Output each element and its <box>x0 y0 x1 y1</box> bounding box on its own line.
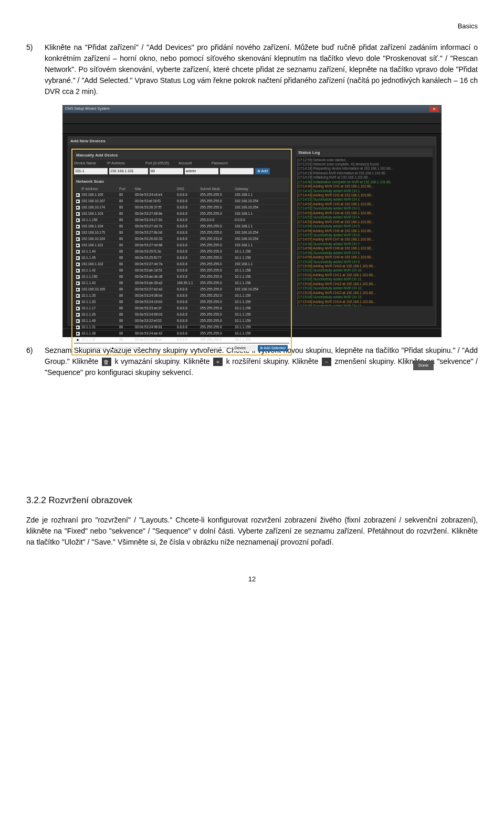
status-log-panel: Status Log [17:12:55] Network scan start… <box>296 149 433 356</box>
left-panel: Manually Add Device Device Name IP Addre… <box>71 149 292 356</box>
table-row[interactable]: ■10.1.1.438800:0e:53:ab:30:a3168.95.1.12… <box>74 280 289 287</box>
app-toolbar <box>63 124 441 134</box>
table-row[interactable]: ■192.168.10.1748000:0e:53:28:37:f58.8.8.… <box>74 205 289 211</box>
port-input[interactable]: 80 <box>150 168 183 174</box>
password-input[interactable] <box>220 168 254 174</box>
table-row[interactable]: ■10.1.1.1508800:0e:53:ae:db:d88.8.8.8255… <box>74 274 289 280</box>
table-row[interactable]: ■10.1.1.428800:0e:53:ab:18:518.8.8.8255.… <box>74 268 289 274</box>
step-number: 6) <box>26 345 45 378</box>
table-row[interactable]: ■10.1.1.388800:0e:53:24:ae:428.8.8.8255.… <box>74 331 289 337</box>
step-5: 5) Klikněte na "Přidat zařízení" / "Add … <box>26 42 478 97</box>
step-5-text: Klikněte na "Přidat zařízení" / "Add Dev… <box>45 42 478 97</box>
table-row[interactable]: ■10.1.1.178800:0e:53:23:ac:2f8.8.8.8255.… <box>74 306 289 312</box>
page-number: 12 <box>26 574 478 585</box>
scan-section-title: Network Scan <box>74 178 289 186</box>
device-name-input[interactable]: 101-1 <box>74 168 108 174</box>
table-row[interactable]: ■192.168.1.1018000:0e:53:27:dd:888.8.8.8… <box>74 243 289 249</box>
manual-headers: Device Name IP Address Port (0-65535) Ac… <box>74 160 289 168</box>
table-row[interactable]: ■192.168.1.1058000:0e:53:24:c6:e48.8.8.8… <box>74 192 289 199</box>
manual-inputs: 101-1 192.168.1.101 80 admin ⊕ Add <box>74 167 289 175</box>
table-row[interactable]: ■10.1.1.378000:0e:53:24:98:ec8.8.8.8255.… <box>74 337 289 343</box>
table-row[interactable]: ■192.168.1.1038000:0e:53:27:68:8e8.8.8.8… <box>74 211 289 217</box>
status-log-title: Status Log <box>296 149 433 157</box>
plus-icon: + <box>213 358 223 366</box>
window-title: CMS Setup Wizard System <box>65 106 110 112</box>
table-row[interactable]: ■10.1.1.458800:0e:53:25:f0:778.8.8.8255.… <box>74 255 289 262</box>
table-row[interactable]: ■10.1.1.488800:0e:53:22:ef:038.8.8.8255.… <box>74 318 289 325</box>
table-row[interactable]: ■10.1.1.358800:0e:53:24:08:bd8.8.8.8255.… <box>74 293 289 299</box>
manual-section-title: Manually Add Device <box>74 151 289 160</box>
section-heading: 3.2.2 Rozvržení obrazovek <box>26 494 478 507</box>
account-input[interactable]: admin <box>185 168 218 174</box>
add-selected-button[interactable]: ⊕ Add Selected <box>258 345 288 351</box>
screenshot-add-devices: CMS Setup Wizard System ✕ Add New Device… <box>62 105 442 337</box>
table-row[interactable]: ■192.168.1.1028000:0e:53:27:dd:7a8.8.8.8… <box>74 262 289 268</box>
add-button[interactable]: ⊕ Add <box>255 168 270 174</box>
minus-icon: − <box>322 358 331 366</box>
device-prefix-input[interactable]: Device <box>234 345 257 351</box>
step-number: 5) <box>26 42 45 97</box>
table-row[interactable]: ■192.168.1.1048000:0e:53:27:dd:7e8.8.8.8… <box>74 224 289 230</box>
scan-bottom-bar: ⟳ Rescan Network ■ Initialize NVRs Devic… <box>74 343 289 353</box>
app-topbar <box>63 113 441 124</box>
ip-address-input[interactable]: 192.168.1.101 <box>109 168 148 174</box>
dialog-title: Add New Devices <box>68 137 436 145</box>
done-button[interactable]: Done <box>413 361 434 370</box>
close-icon[interactable]: ✕ <box>429 107 439 112</box>
window-titlebar: CMS Setup Wizard System ✕ <box>63 106 441 113</box>
table-row[interactable]: ■192.168.10.1658800:0e:53:37:a2:a38.8.8.… <box>74 287 289 293</box>
table-row[interactable]: ■10.1.1.448800:0e:53:25:f1:3c8.8.8.8255.… <box>74 249 289 255</box>
table-row[interactable]: ■10.1.1.1588000:0e:53:24:c7:3b8.8.8.8255… <box>74 217 289 224</box>
table-row[interactable]: ■10.1.1.268800:0e:53:24:09:b38.8.8.8255.… <box>74 312 289 318</box>
table-row[interactable]: ■192.168.10.1048000:0e:53:26:02:338.8.8.… <box>74 236 289 243</box>
initialize-checkbox[interactable]: ■ <box>111 347 114 350</box>
table-row[interactable]: ■192.168.10.1758000:0e:53:27:8b:b08.8.8.… <box>74 230 289 236</box>
header-basics: Basics <box>26 21 478 32</box>
scan-table: IP Address Port Mac DNS Subnet Mask Gate… <box>74 186 289 343</box>
add-devices-dialog: Add New Devices Manually Add Device Devi… <box>68 137 436 326</box>
rescan-network-button[interactable]: ⟳ Rescan Network <box>76 346 107 351</box>
table-row[interactable]: ■192.168.10.1678000:0e:53:af:18:f38.8.8.… <box>74 199 289 205</box>
status-log-content: [17:12:55] Network scan started...[17:13… <box>296 157 433 306</box>
table-row[interactable]: ■10.1.1.208800:0e:53:24:c9:b08.8.8.8255.… <box>74 299 289 306</box>
trash-icon: 🗑 <box>102 358 111 366</box>
section-text: Zde je rozhraní pro "rozvržení" / "Layou… <box>26 515 478 548</box>
table-row[interactable]: ■10.1.1.318800:0e:53:24:96:818.8.8.8255.… <box>74 325 289 331</box>
scan-table-header: IP Address Port Mac DNS Subnet Mask Gate… <box>74 186 289 192</box>
